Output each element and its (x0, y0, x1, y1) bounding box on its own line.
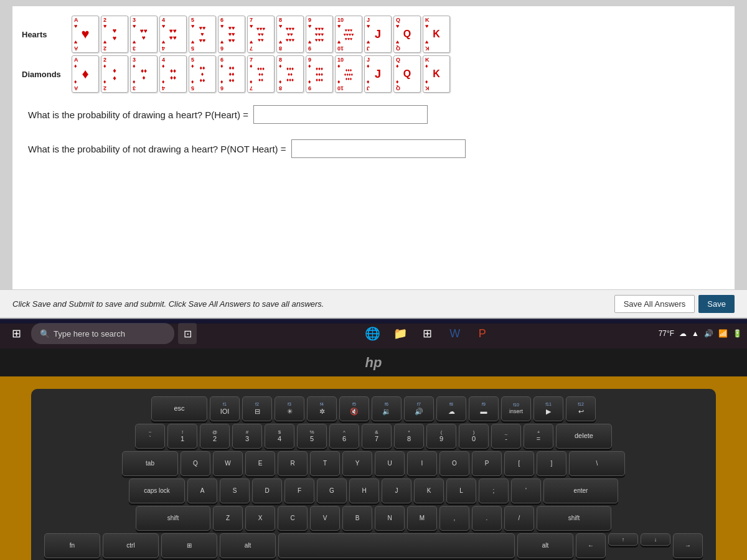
f7-key[interactable]: f7🔊 (404, 396, 434, 421)
f1-key[interactable]: f1IOI (210, 396, 240, 421)
backtick-key[interactable]: ~` (135, 424, 165, 449)
e-key[interactable]: E (245, 451, 275, 476)
powerpoint-icon[interactable]: P (471, 322, 494, 345)
f9-key[interactable]: f9▬ (469, 396, 499, 421)
q-key[interactable]: Q (181, 451, 210, 476)
v-key[interactable]: V (310, 506, 340, 531)
quote-key[interactable]: ' (511, 478, 541, 503)
3-key[interactable]: #3 (232, 424, 262, 449)
u-key[interactable]: U (375, 451, 405, 476)
w-key[interactable]: W (213, 451, 243, 476)
8-key[interactable]: *8 (394, 424, 424, 449)
comma-key[interactable]: , (439, 506, 469, 531)
slash-key[interactable]: / (504, 506, 534, 531)
f11-key[interactable]: f11▶ (533, 396, 563, 421)
5-key[interactable]: %5 (297, 424, 327, 449)
save-button[interactable]: Save (698, 295, 735, 313)
task-view-button[interactable]: ⊡ (178, 323, 197, 344)
backslash-key[interactable]: \ (569, 451, 625, 476)
card: 3♦ ♦♦♦ 3♦ (130, 55, 157, 93)
shift-left-key[interactable]: shift (136, 506, 210, 531)
card: A♦ ♦ A♦ (72, 55, 99, 93)
minus-key[interactable]: _- (491, 424, 521, 449)
semicolon-key[interactable]: ; (479, 478, 509, 503)
f-key[interactable]: F (284, 478, 314, 503)
tab-key[interactable]: tab (122, 451, 178, 476)
l-key[interactable]: L (446, 478, 476, 503)
f12-key[interactable]: f12↩ (566, 396, 596, 421)
card: J♦ J J♦ (364, 55, 392, 93)
period-key[interactable]: . (472, 506, 502, 531)
card: 7♦ ♦♦♦♦♦♦♦ 7♦ (247, 55, 275, 93)
card: 5♦ ♦♦♦♦♦ 5♦ (189, 55, 216, 93)
f4-key[interactable]: f4✲ (307, 396, 337, 421)
9-key[interactable]: (9 (426, 424, 456, 449)
word-icon[interactable]: W (444, 322, 466, 345)
t-key[interactable]: T (310, 451, 340, 476)
left-arrow-key[interactable]: ← (576, 533, 606, 558)
shift-right-key[interactable]: shift (537, 506, 611, 531)
answer-1-input[interactable] (253, 105, 428, 124)
0-key[interactable]: )0 (459, 424, 489, 449)
start-button[interactable]: ⊞ (5, 322, 27, 345)
esc-key[interactable]: esc (151, 396, 207, 421)
n-key[interactable]: N (375, 506, 405, 531)
up-arrow-key[interactable]: ↑ (608, 533, 638, 546)
m-key[interactable]: M (407, 506, 437, 531)
f10-key[interactable]: f10insert (501, 396, 531, 421)
g-key[interactable]: G (317, 478, 347, 503)
equals-key[interactable]: += (524, 424, 553, 449)
hp-logo: hp (365, 355, 382, 371)
2-key[interactable]: @2 (200, 424, 230, 449)
taskbar-search[interactable]: 🔍 Type here to search (31, 323, 174, 344)
c-key[interactable]: C (278, 506, 308, 531)
answer-2-input[interactable] (291, 139, 466, 158)
apps-icon[interactable]: ⊞ (416, 322, 439, 345)
y-key[interactable]: Y (342, 451, 372, 476)
b-key[interactable]: B (342, 506, 372, 531)
rbracket-key[interactable]: ] (537, 451, 566, 476)
right-arrow-key[interactable]: → (673, 533, 703, 558)
p-key[interactable]: P (472, 451, 502, 476)
f2-key[interactable]: f2⊟ (242, 396, 272, 421)
win-key[interactable]: ⊞ (161, 533, 217, 558)
a-key[interactable]: A (187, 478, 217, 503)
caps-key[interactable]: caps lock (129, 478, 185, 503)
action-buttons: Save All Answers Save (614, 295, 735, 313)
f5-key[interactable]: f5🔇 (339, 396, 369, 421)
1-key[interactable]: !1 (167, 424, 197, 449)
d-key[interactable]: D (252, 478, 282, 503)
alt-key[interactable]: alt (220, 533, 276, 558)
zxcv-row: shift Z X C V B N M , . / shift (40, 506, 707, 531)
h-key[interactable]: H (349, 478, 379, 503)
down-arrow-key[interactable]: ↓ (641, 533, 670, 546)
alt-right-key[interactable]: alt (517, 533, 573, 558)
o-key[interactable]: O (439, 451, 469, 476)
folder-icon[interactable]: 📁 (389, 322, 411, 345)
card: K♥ K K♥ (423, 16, 450, 53)
search-placeholder: Type here to search (54, 329, 125, 338)
f8-key[interactable]: f8☁ (436, 396, 466, 421)
card: 8♦ ♦♦♦♦♦♦♦♦ 8♦ (276, 55, 304, 93)
x-key[interactable]: X (245, 506, 275, 531)
k-key[interactable]: K (414, 478, 444, 503)
card: A♥ ♥ A♥ (72, 16, 99, 53)
edge-icon[interactable]: 🌐 (362, 322, 384, 345)
enter-key[interactable]: enter (543, 478, 618, 503)
fn-key[interactable]: fn (44, 533, 100, 558)
6-key[interactable]: ^6 (329, 424, 359, 449)
save-all-answers-button[interactable]: Save All Answers (614, 295, 695, 313)
7-key[interactable]: &7 (362, 424, 392, 449)
4-key[interactable]: $4 (265, 424, 294, 449)
z-key[interactable]: Z (213, 506, 243, 531)
f3-key[interactable]: f3✳ (275, 396, 304, 421)
delete-key[interactable]: delete (556, 424, 612, 449)
space-key[interactable] (278, 533, 515, 558)
i-key[interactable]: I (407, 451, 437, 476)
j-key[interactable]: J (382, 478, 411, 503)
s-key[interactable]: S (220, 478, 250, 503)
ctrl-key[interactable]: ctrl (103, 533, 159, 558)
f6-key[interactable]: f6🔉 (372, 396, 402, 421)
lbracket-key[interactable]: [ (504, 451, 534, 476)
r-key[interactable]: R (278, 451, 308, 476)
